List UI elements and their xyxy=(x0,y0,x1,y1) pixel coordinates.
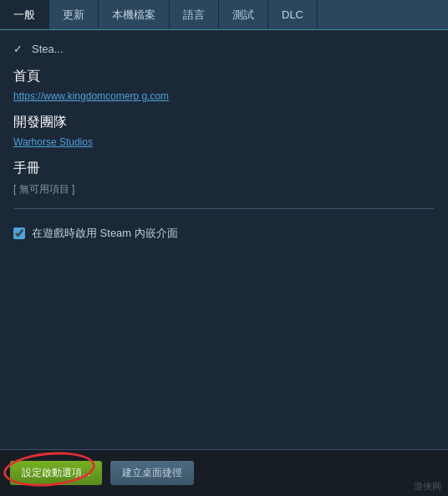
tab-language[interactable]: 語言 xyxy=(170,0,219,29)
tab-local-files[interactable]: 本機檔案 xyxy=(99,0,170,29)
steam-overlay-row: 在遊戲時啟用 Steam 內嵌介面 xyxy=(13,226,435,241)
game-name-label: Stea... xyxy=(32,43,64,55)
tab-dlc[interactable]: DLC xyxy=(268,0,318,29)
tab-general[interactable]: 一般 xyxy=(0,0,49,29)
manual-subtext: [ 無可用項目 ] xyxy=(13,181,435,198)
bottom-bar: 設定啟動選項... 建立桌面捷徑 xyxy=(0,449,448,496)
divider xyxy=(13,208,435,209)
watermark: 游侠网 xyxy=(414,480,441,493)
main-content: ✓ Stea... 首頁 https://www.kingdomcomerp g… xyxy=(0,30,448,251)
content-area: ✓ Stea... 首頁 https://www.kingdomcomerp g… xyxy=(0,30,448,449)
tabs-bar: 一般 更新 本機檔案 語言 測試 DLC xyxy=(0,0,448,30)
developer-heading: 開發團隊 xyxy=(13,114,435,131)
desktop-shortcut-button[interactable]: 建立桌面捷徑 xyxy=(110,461,194,485)
manual-heading: 手冊 xyxy=(13,160,435,177)
homepage-heading: 首頁 xyxy=(13,68,435,85)
launch-options-button[interactable]: 設定啟動選項... xyxy=(10,461,102,485)
developer-link[interactable]: Warhorse Studios xyxy=(13,135,435,150)
check-icon: ✓ xyxy=(13,43,27,55)
overlay-label: 在遊戲時啟用 Steam 內嵌介面 xyxy=(32,226,178,241)
tab-beta[interactable]: 測試 xyxy=(219,0,268,29)
tab-update[interactable]: 更新 xyxy=(49,0,99,29)
homepage-link[interactable]: https://www.kingdomcomerp g.com xyxy=(13,89,435,104)
game-checkbox-row: ✓ Stea... xyxy=(13,40,435,58)
overlay-checkbox[interactable] xyxy=(13,228,25,239)
